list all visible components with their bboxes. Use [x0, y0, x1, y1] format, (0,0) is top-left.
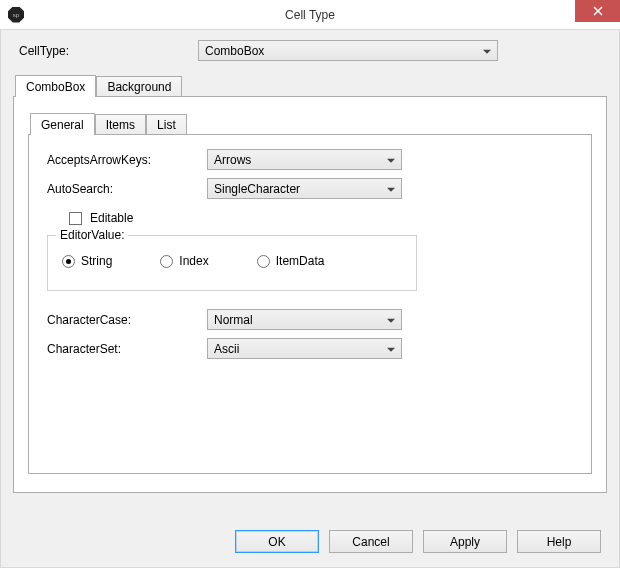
- app-icon: [8, 7, 24, 23]
- chevron-down-icon: [387, 347, 395, 351]
- editor-value-itemdata-label: ItemData: [276, 254, 325, 268]
- inner-tabpane: AcceptsArrowKeys: Arrows AutoSearch: Sin…: [28, 134, 592, 474]
- editor-value-index[interactable]: Index: [160, 254, 208, 268]
- inner-tabs: General Items List AcceptsArrowKeys: Arr…: [28, 113, 592, 474]
- ok-button[interactable]: OK: [235, 530, 319, 553]
- tab-items[interactable]: Items: [95, 114, 146, 134]
- character-set-value: Ascii: [214, 342, 395, 356]
- window-title: Cell Type: [285, 8, 335, 22]
- accepts-arrow-keys-value: Arrows: [214, 153, 395, 167]
- chevron-down-icon: [387, 187, 395, 191]
- editable-checkbox[interactable]: [69, 212, 82, 225]
- character-case-value: Normal: [214, 313, 395, 327]
- tab-general[interactable]: General: [30, 113, 95, 135]
- radio-icon: [257, 255, 270, 268]
- dialog-body: CellType: ComboBox ComboBox Background G…: [0, 30, 620, 568]
- ok-button-label: OK: [268, 535, 285, 549]
- outer-tabpane: General Items List AcceptsArrowKeys: Arr…: [13, 96, 607, 493]
- tab-combobox-label: ComboBox: [26, 80, 85, 94]
- editor-value-group: EditorValue: String Index: [47, 235, 417, 291]
- tab-background-label: Background: [107, 80, 171, 94]
- character-case-dropdown[interactable]: Normal: [207, 309, 402, 330]
- help-button-label: Help: [547, 535, 572, 549]
- character-set-label: CharacterSet:: [47, 342, 207, 356]
- auto-search-dropdown[interactable]: SingleCharacter: [207, 178, 402, 199]
- character-set-dropdown[interactable]: Ascii: [207, 338, 402, 359]
- editor-value-legend: EditorValue:: [56, 228, 128, 242]
- chevron-down-icon: [483, 49, 491, 53]
- accepts-arrow-keys-label: AcceptsArrowKeys:: [47, 153, 207, 167]
- auto-search-value: SingleCharacter: [214, 182, 395, 196]
- editor-value-index-label: Index: [179, 254, 208, 268]
- radio-icon: [160, 255, 173, 268]
- celltype-value: ComboBox: [205, 44, 491, 58]
- radio-icon: [62, 255, 75, 268]
- cancel-button-label: Cancel: [352, 535, 389, 549]
- character-case-label: CharacterCase:: [47, 313, 207, 327]
- help-button[interactable]: Help: [517, 530, 601, 553]
- close-icon: [593, 6, 603, 16]
- accepts-arrow-keys-dropdown[interactable]: Arrows: [207, 149, 402, 170]
- celltype-dropdown[interactable]: ComboBox: [198, 40, 498, 61]
- titlebar: Cell Type: [0, 0, 620, 30]
- chevron-down-icon: [387, 318, 395, 322]
- editor-value-string-label: String: [81, 254, 112, 268]
- apply-button-label: Apply: [450, 535, 480, 549]
- editor-value-string[interactable]: String: [62, 254, 112, 268]
- outer-tabs: ComboBox Background General Items List: [13, 75, 607, 493]
- tab-list-label: List: [157, 118, 176, 132]
- tab-items-label: Items: [106, 118, 135, 132]
- editable-label: Editable: [90, 211, 133, 225]
- apply-button[interactable]: Apply: [423, 530, 507, 553]
- dialog-buttons: OK Cancel Apply Help: [235, 530, 601, 553]
- tab-combobox[interactable]: ComboBox: [15, 75, 96, 97]
- tab-general-label: General: [41, 118, 84, 132]
- editor-value-itemdata[interactable]: ItemData: [257, 254, 325, 268]
- celltype-label: CellType:: [13, 44, 198, 58]
- cancel-button[interactable]: Cancel: [329, 530, 413, 553]
- close-button[interactable]: [575, 0, 620, 22]
- tab-list[interactable]: List: [146, 114, 187, 134]
- auto-search-label: AutoSearch:: [47, 182, 207, 196]
- tab-background[interactable]: Background: [96, 76, 182, 96]
- chevron-down-icon: [387, 158, 395, 162]
